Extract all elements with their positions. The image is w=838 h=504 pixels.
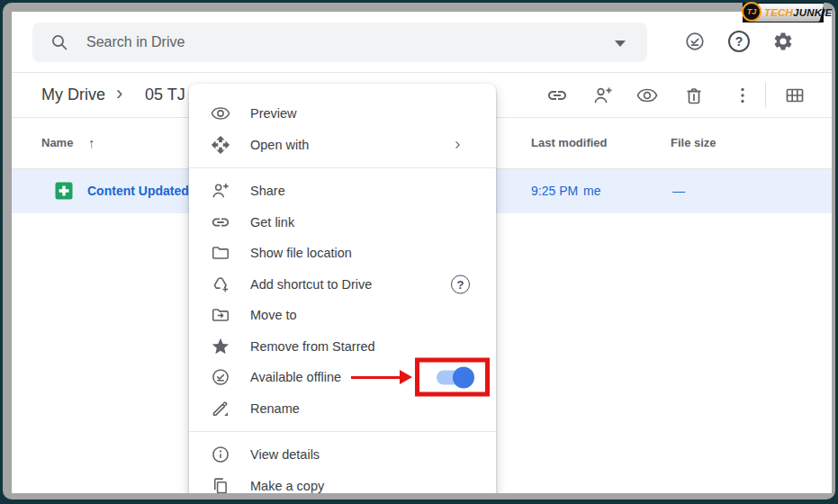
menu-item-label: Add shortcut to Drive bbox=[250, 277, 372, 292]
menu-item-label: Get link bbox=[250, 215, 294, 230]
logo-junkie-label: JUNKIE bbox=[793, 7, 832, 18]
file-last-modified: 9:25 PM bbox=[531, 169, 578, 213]
dropdown-caret-icon[interactable] bbox=[615, 40, 626, 47]
share-person-add-icon[interactable] bbox=[592, 85, 614, 106]
logo-text: TECHJUNKIE bbox=[764, 3, 833, 22]
copy-icon bbox=[211, 476, 230, 493]
menu-item-label: View details bbox=[250, 447, 320, 462]
menu-item-label: Move to bbox=[250, 308, 297, 322]
toolbar-divider bbox=[765, 83, 766, 107]
get-link-icon[interactable] bbox=[546, 85, 568, 106]
preview-eye-icon bbox=[211, 104, 230, 123]
help-glyph: ? bbox=[735, 34, 743, 49]
column-last-modified[interactable]: Last modified bbox=[531, 118, 608, 167]
menu-item-make-a-copy[interactable]: Make a copy bbox=[189, 471, 496, 494]
rename-pencil-icon bbox=[211, 399, 230, 418]
logo-tj-label: TJ bbox=[747, 7, 757, 16]
file-owner: me bbox=[583, 169, 600, 213]
file-name[interactable]: Content Updated bbox=[87, 169, 189, 213]
menu-item-view-details[interactable]: View details bbox=[189, 439, 496, 471]
file-size: — bbox=[672, 169, 685, 213]
drive-app: Search in Drive ? My Drive › 05 TJ bbox=[12, 12, 832, 493]
available-offline-toggle[interactable] bbox=[437, 366, 474, 388]
breadcrumb-current-folder[interactable]: 05 TJ bbox=[145, 73, 185, 117]
search-placeholder: Search in Drive bbox=[86, 22, 185, 62]
menu-item-label: Show file location bbox=[250, 246, 352, 260]
folder-icon bbox=[211, 243, 230, 263]
add-shortcut-to-drive-icon bbox=[211, 274, 230, 294]
help-icon[interactable]: ? bbox=[728, 31, 750, 52]
techjunkie-logo: TECHJUNKIE TJ bbox=[743, 3, 824, 22]
sheets-file-icon bbox=[53, 180, 75, 202]
menu-item-rename[interactable]: Rename bbox=[189, 393, 496, 425]
menu-item-share[interactable]: Share bbox=[189, 176, 496, 207]
context-menu: Preview Open with Share Get link bbox=[189, 84, 496, 493]
help-glyph: ? bbox=[457, 277, 464, 291]
toggle-knob bbox=[453, 366, 474, 388]
menu-separator bbox=[189, 167, 496, 168]
logo-tech-label: TECH bbox=[764, 7, 793, 18]
menu-item-label: Open with bbox=[250, 138, 309, 152]
menu-item-preview[interactable]: Preview bbox=[189, 98, 496, 130]
menu-item-move-to[interactable]: Move to bbox=[189, 300, 496, 331]
menu-item-get-link[interactable]: Get link bbox=[189, 207, 496, 238]
menu-item-available-offline[interactable]: Available offline bbox=[189, 362, 496, 393]
breadcrumb-chevron-icon: › bbox=[116, 73, 122, 117]
search-input[interactable]: Search in Drive bbox=[32, 22, 647, 62]
menu-item-label: Share bbox=[250, 184, 285, 198]
annotation-arrow-icon bbox=[351, 370, 412, 384]
help-icon[interactable]: ? bbox=[451, 274, 470, 293]
app-header: Search in Drive ? bbox=[12, 12, 832, 73]
menu-item-add-shortcut-to-drive[interactable]: Add shortcut to Drive ? bbox=[189, 269, 496, 301]
column-name[interactable]: Name bbox=[41, 118, 73, 167]
get-link-icon bbox=[211, 212, 230, 232]
menu-item-label: Available offline bbox=[250, 370, 341, 384]
offline-pin-icon bbox=[211, 367, 230, 387]
menu-separator bbox=[189, 431, 496, 432]
menu-item-label: Make a copy bbox=[250, 479, 324, 493]
search-icon bbox=[49, 32, 70, 53]
grid-view-icon[interactable] bbox=[784, 85, 806, 106]
breadcrumb-my-drive[interactable]: My Drive bbox=[41, 73, 105, 117]
menu-item-label: Preview bbox=[250, 106, 297, 121]
menu-item-label: Remove from Starred bbox=[250, 339, 375, 354]
menu-item-show-file-location[interactable]: Show file location bbox=[189, 238, 496, 269]
sort-ascending-icon[interactable]: ↑ bbox=[88, 118, 95, 167]
star-icon bbox=[211, 337, 230, 356]
column-file-size[interactable]: File size bbox=[671, 118, 716, 167]
move-to-folder-icon bbox=[211, 305, 230, 325]
menu-item-label: Rename bbox=[250, 401, 300, 416]
preview-eye-icon[interactable] bbox=[636, 85, 658, 106]
open-with-icon bbox=[211, 135, 230, 155]
trash-icon[interactable] bbox=[683, 85, 705, 106]
submenu-chevron-icon bbox=[450, 138, 464, 152]
menu-item-open-with[interactable]: Open with bbox=[189, 130, 496, 161]
share-person-add-icon bbox=[211, 181, 230, 201]
annotation-highlight-box bbox=[415, 358, 490, 397]
window-frame: Search in Drive ? My Drive › 05 TJ bbox=[3, 3, 835, 500]
info-icon bbox=[211, 445, 230, 464]
logo-tj-circle-icon: TJ bbox=[742, 2, 761, 22]
offline-ready-icon[interactable] bbox=[684, 31, 706, 52]
settings-gear-icon[interactable] bbox=[772, 31, 794, 52]
more-vertical-icon[interactable] bbox=[732, 85, 753, 106]
browser-window: Search in Drive ? My Drive › 05 TJ bbox=[0, 0, 838, 504]
